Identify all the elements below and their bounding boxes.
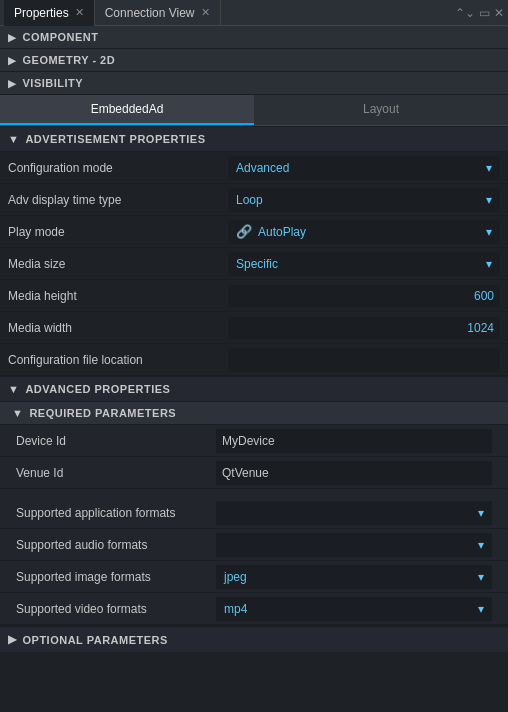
required-arrow: ▼ <box>12 407 23 419</box>
dropdown-image-formats[interactable]: jpeg ▾ <box>216 565 492 589</box>
section-optional-params[interactable]: ▶ OPTIONAL PARAMETERS <box>0 626 508 652</box>
geometry-arrow: ▶ <box>8 55 17 66</box>
dropdown-image-formats-arrow: ▾ <box>478 570 484 584</box>
tab-properties-close[interactable]: ✕ <box>75 6 84 19</box>
label-adv-display: Adv display time type <box>8 193 228 207</box>
label-video-formats: Supported video formats <box>16 602 216 616</box>
tab-properties-label: Properties <box>14 6 69 20</box>
main-tab-layout[interactable]: Layout <box>254 95 508 125</box>
input-media-width[interactable] <box>228 317 500 339</box>
section-advanced[interactable]: ▼ ADVANCED PROPERTIES <box>0 376 508 402</box>
component-arrow: ▶ <box>8 32 17 43</box>
value-audio-formats: ▾ <box>216 533 492 557</box>
main-tabs: EmbeddedAd Layout <box>0 95 508 126</box>
main-tab-embeddedad-label: EmbeddedAd <box>91 102 164 116</box>
dropdown-play-mode-arrow: ▾ <box>486 225 492 239</box>
dropdown-app-formats-arrow: ▾ <box>478 506 484 520</box>
value-app-formats: ▾ <box>216 501 492 525</box>
advertisement-content: Configuration mode Advanced ▾ Adv displa… <box>0 152 508 376</box>
label-image-formats: Supported image formats <box>16 570 216 584</box>
row-video-formats: Supported video formats mp4 ▾ <box>0 593 508 625</box>
main-tab-embeddedad[interactable]: EmbeddedAd <box>0 95 254 125</box>
tab-properties[interactable]: Properties ✕ <box>4 0 95 26</box>
optional-arrow: ▶ <box>8 633 17 646</box>
dropdown-audio-formats-arrow: ▾ <box>478 538 484 552</box>
label-media-size: Media size <box>8 257 228 271</box>
section-optional-label: OPTIONAL PARAMETERS <box>23 634 168 646</box>
input-media-height[interactable] <box>228 285 500 307</box>
section-advertisement[interactable]: ▼ ADVERTISEMENT PROPERTIES <box>0 126 508 152</box>
row-config-file: Configuration file location <box>0 344 508 376</box>
value-config-file <box>228 348 500 372</box>
dropdown-play-mode[interactable]: 🔗 AutoPlay ▾ <box>228 220 500 244</box>
advertisement-arrow: ▼ <box>8 133 19 145</box>
main-tab-layout-label: Layout <box>363 102 399 116</box>
label-device-id: Device Id <box>16 434 216 448</box>
row-device-id: Device Id <box>0 425 508 457</box>
label-config-file: Configuration file location <box>8 353 228 367</box>
row-media-size: Media size Specific ▾ <box>0 248 508 280</box>
input-venue-id[interactable] <box>216 461 492 485</box>
advanced-arrow: ▼ <box>8 383 19 395</box>
section-advertisement-label: ADVERTISEMENT PROPERTIES <box>25 133 205 145</box>
tab-connection-view[interactable]: Connection View ✕ <box>95 0 221 26</box>
section-visibility[interactable]: ▶ VISIBILITY <box>0 72 508 95</box>
value-video-formats: mp4 ▾ <box>216 597 492 621</box>
row-adv-display: Adv display time type Loop ▾ <box>0 184 508 216</box>
row-play-mode: Play mode 🔗 AutoPlay ▾ <box>0 216 508 248</box>
row-app-formats: Supported application formats ▾ <box>0 497 508 529</box>
label-play-mode: Play mode <box>8 225 228 239</box>
row-audio-formats: Supported audio formats ▾ <box>0 529 508 561</box>
required-params-content: Device Id Venue Id Supported application… <box>0 425 508 626</box>
dropdown-app-formats[interactable]: ▾ <box>216 501 492 525</box>
link-icon: 🔗 <box>236 224 252 239</box>
section-geometry[interactable]: ▶ GEOMETRY - 2D <box>0 49 508 72</box>
tab-connection-label: Connection View <box>105 6 195 20</box>
dropdown-adv-display-value: Loop <box>236 193 263 207</box>
value-play-mode: 🔗 AutoPlay ▾ <box>228 220 500 244</box>
label-media-width: Media width <box>8 321 228 335</box>
value-config-mode: Advanced ▾ <box>228 156 500 180</box>
row-media-height: Media height <box>0 280 508 312</box>
tab-bar: Properties ✕ Connection View ✕ ⌃⌄ ▭ ✕ <box>0 0 508 26</box>
dropdown-video-formats-value: mp4 <box>224 602 247 616</box>
section-geometry-label: GEOMETRY - 2D <box>23 54 116 66</box>
label-audio-formats: Supported audio formats <box>16 538 216 552</box>
dropdown-video-formats-arrow: ▾ <box>478 602 484 616</box>
dropdown-image-formats-value: jpeg <box>224 570 247 584</box>
value-image-formats: jpeg ▾ <box>216 565 492 589</box>
row-venue-id: Venue Id <box>0 457 508 489</box>
dropdown-video-formats[interactable]: mp4 ▾ <box>216 597 492 621</box>
value-adv-display: Loop ▾ <box>228 188 500 212</box>
tab-connection-close[interactable]: ✕ <box>201 6 210 19</box>
label-media-height: Media height <box>8 289 228 303</box>
label-config-mode: Configuration mode <box>8 161 228 175</box>
tab-sort-icon[interactable]: ⌃⌄ <box>455 6 475 20</box>
label-app-formats: Supported application formats <box>16 506 216 520</box>
dropdown-play-mode-value: AutoPlay <box>258 225 306 239</box>
section-visibility-label: VISIBILITY <box>23 77 84 89</box>
value-media-width <box>228 317 500 339</box>
value-media-height <box>228 285 500 307</box>
dropdown-media-size[interactable]: Specific ▾ <box>228 252 500 276</box>
input-device-id[interactable] <box>216 429 492 453</box>
row-media-width: Media width <box>0 312 508 344</box>
tab-maximize-icon[interactable]: ▭ <box>479 6 490 20</box>
value-venue-id <box>216 461 492 485</box>
section-required-params[interactable]: ▼ REQUIRED PARAMETERS <box>0 402 508 425</box>
value-device-id <box>216 429 492 453</box>
tab-close-all-icon[interactable]: ✕ <box>494 6 504 20</box>
section-required-label: REQUIRED PARAMETERS <box>29 407 176 419</box>
tab-bar-actions: ⌃⌄ ▭ ✕ <box>455 6 504 20</box>
dropdown-adv-display[interactable]: Loop ▾ <box>228 188 500 212</box>
section-component[interactable]: ▶ COMPONENT <box>0 26 508 49</box>
dropdown-config-mode[interactable]: Advanced ▾ <box>228 156 500 180</box>
dropdown-config-mode-value: Advanced <box>236 161 289 175</box>
dropdown-audio-formats[interactable]: ▾ <box>216 533 492 557</box>
row-image-formats: Supported image formats jpeg ▾ <box>0 561 508 593</box>
dropdown-adv-display-arrow: ▾ <box>486 193 492 207</box>
section-advanced-label: ADVANCED PROPERTIES <box>25 383 170 395</box>
input-config-file[interactable] <box>228 348 500 372</box>
dropdown-config-mode-arrow: ▾ <box>486 161 492 175</box>
row-config-mode: Configuration mode Advanced ▾ <box>0 152 508 184</box>
